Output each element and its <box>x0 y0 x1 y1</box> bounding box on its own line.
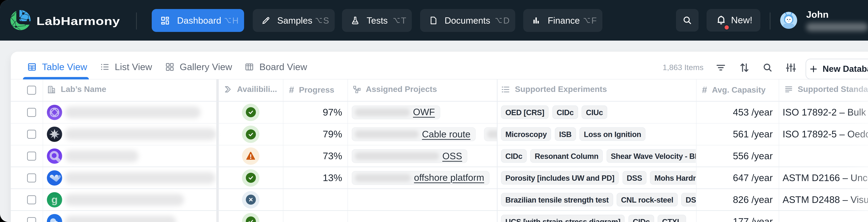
svg-text:g: g <box>51 194 58 205</box>
